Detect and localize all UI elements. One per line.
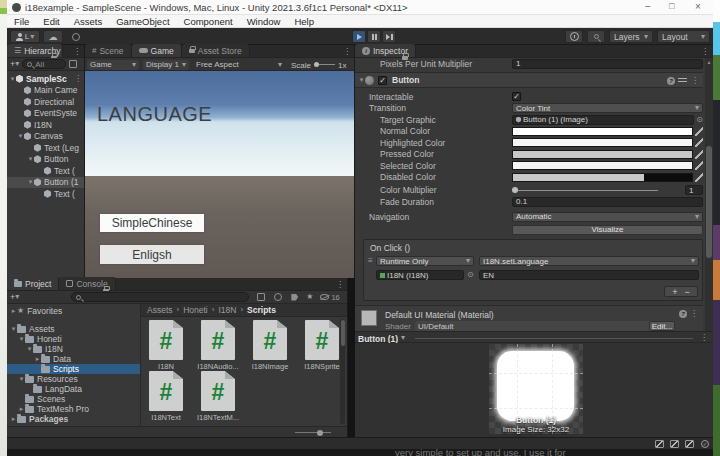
english-button[interactable]: Enligsh [100,245,204,264]
project-search-input[interactable] [71,292,249,302]
layers-dropdown[interactable]: Layers▾ [609,30,653,43]
selected-color-swatch[interactable] [512,161,693,170]
event-target-field[interactable]: I18N (I18N) [376,270,464,280]
foldout-icon[interactable]: ▾ [18,335,25,343]
scrollbar-thumb[interactable] [706,146,712,258]
file-item[interactable]: #I18NImage [247,320,293,371]
event-argument-field[interactable]: EN [479,270,699,280]
foldout-icon[interactable]: ▾ [9,75,16,83]
search-by-label-icon[interactable] [291,294,298,301]
remove-event-button[interactable]: − [685,287,690,297]
foldout-icon[interactable]: ▾ [17,132,24,140]
shader-dropdown[interactable]: UI/Default▾ [415,321,665,331]
thumbnail-zoom-thumb[interactable] [317,430,323,436]
tree-item-i18n[interactable]: ▾I18N [7,344,140,354]
search-by-type-icon[interactable] [274,293,282,301]
hierarchy-item[interactable]: I18N [7,119,84,131]
hierarchy-item-selected[interactable]: ▾Button (1 [7,177,84,189]
transition-dropdown[interactable]: Color Tint▾ [512,103,703,113]
eyedropper-icon[interactable] [695,138,703,147]
tree-item-data[interactable]: ▸Data [7,354,140,364]
file-item[interactable]: #I18NTextM... [195,371,241,422]
layout-dropdown[interactable]: Layout▾ [657,30,710,43]
visualize-button[interactable]: Visualize [512,225,703,235]
collab-button[interactable] [67,30,85,43]
kebab-icon[interactable]: ⋮ [701,48,709,56]
kebab-icon[interactable]: ⋮ [73,48,81,56]
slider-thumb[interactable] [512,187,518,193]
event-function-dropdown[interactable]: I18N.setLanguage▾ [479,256,699,266]
scene-kebab-icon[interactable]: ⋮ [74,75,82,83]
color-multiplier-slider[interactable] [512,186,682,195]
undo-history-button[interactable] [565,30,583,43]
pressed-color-swatch[interactable] [512,150,693,159]
eyedropper-icon[interactable] [695,150,703,159]
account-button[interactable]: L ▾ [10,30,40,43]
display-target-dropdown[interactable]: Game▾ [87,60,139,70]
aspect-dropdown[interactable]: Free Aspect▾ [193,60,285,70]
tab-scene[interactable]: #Scene [85,44,132,57]
edit-shader-button[interactable]: Edit... [649,321,675,331]
add-event-button[interactable]: + [672,287,677,297]
hierarchy-item[interactable]: Directional [7,96,84,108]
normal-color-swatch[interactable] [512,127,693,136]
menu-edit[interactable]: Edit [36,16,66,27]
file-item[interactable]: #I18NText [143,371,189,422]
menu-help[interactable]: Help [287,16,321,27]
breadcrumb-i18n[interactable]: I18N [218,305,236,315]
color-multiplier-field[interactable]: 1 [685,185,703,195]
scroll-up-icon[interactable]: ▲ [707,59,712,65]
kebab-icon[interactable]: ⋮ [343,48,351,56]
help-icon[interactable]: ? [679,310,687,318]
add-dropdown-icon[interactable]: ▾ [15,60,19,68]
foldout-icon[interactable]: ▾ [18,375,25,383]
target-graphic-field[interactable]: Button (1) (Image) [512,115,694,125]
hierarchy-item[interactable]: Text ( [7,165,84,177]
status-mute-icon-3[interactable] [685,440,694,448]
hierarchy-item[interactable]: Text (Leg [7,142,84,154]
grid-scrollbar[interactable] [340,319,345,424]
foldout-icon[interactable]: ▾ [358,76,365,84]
tree-item-honeti[interactable]: ▾Honeti [7,334,140,344]
hierarchy-item[interactable]: ▾Button [7,154,84,166]
tab-asset-store[interactable]: Asset Store [182,44,250,57]
foldout-icon[interactable]: ▾ [26,345,33,353]
menu-file[interactable]: File [7,16,36,27]
display-dropdown[interactable]: Display 1▾ [143,60,189,70]
foldout-icon[interactable]: ▸ [10,307,17,315]
eyedropper-icon[interactable] [695,127,703,136]
window-minimize-button[interactable]: − [645,1,651,12]
eyedropper-icon[interactable] [695,173,703,182]
event-mode-dropdown[interactable]: Runtime Only▾ [376,256,474,266]
file-item[interactable]: #I18NSprite [299,320,345,371]
tab-game[interactable]: Game [132,44,182,57]
foldout-icon[interactable]: ▾ [27,155,34,163]
foldout-icon[interactable]: ▸ [34,355,41,363]
hierarchy-search-input[interactable]: All [22,59,66,69]
interactable-checkbox[interactable]: ✓ [512,92,521,101]
menu-assets[interactable]: Assets [67,16,110,27]
foldout-icon[interactable]: ▸ [10,415,17,423]
hierarchy-item-scene[interactable]: ▾SampleSc⋮ [7,73,84,85]
file-item[interactable]: #I18N [143,320,189,371]
project-splitter[interactable] [140,304,141,426]
button-component-header[interactable]: ▾ ✓ Button ? ⋮ [355,72,703,88]
tree-item-resources[interactable]: ▾Resources [7,374,140,384]
foldout-icon[interactable]: ▾ [27,178,34,186]
search-button[interactable] [587,30,605,43]
menu-window[interactable]: Window [240,16,288,27]
window-maximize-button[interactable]: □ [669,1,674,11]
hierarchy-item[interactable]: ▾Canvas [7,131,84,143]
kebab-icon[interactable]: ⋮ [336,281,344,289]
menu-component[interactable]: Component [177,16,240,27]
scale-slider-thumb[interactable] [314,62,319,67]
kebab-icon[interactable]: ⋮ [700,334,708,342]
fade-duration-field[interactable]: 0.1 [512,197,703,207]
status-check-icon[interactable]: ✓ [701,440,709,448]
foldout-icon[interactable]: ▸ [18,405,25,413]
tab-project[interactable]: Project [7,277,59,290]
object-picker-icon[interactable]: ⊙ [467,271,474,279]
drag-handle-icon[interactable]: ≡ [368,257,373,265]
object-picker-icon[interactable]: ⊙ [696,116,703,124]
ppu-field[interactable]: 1 [512,59,703,69]
